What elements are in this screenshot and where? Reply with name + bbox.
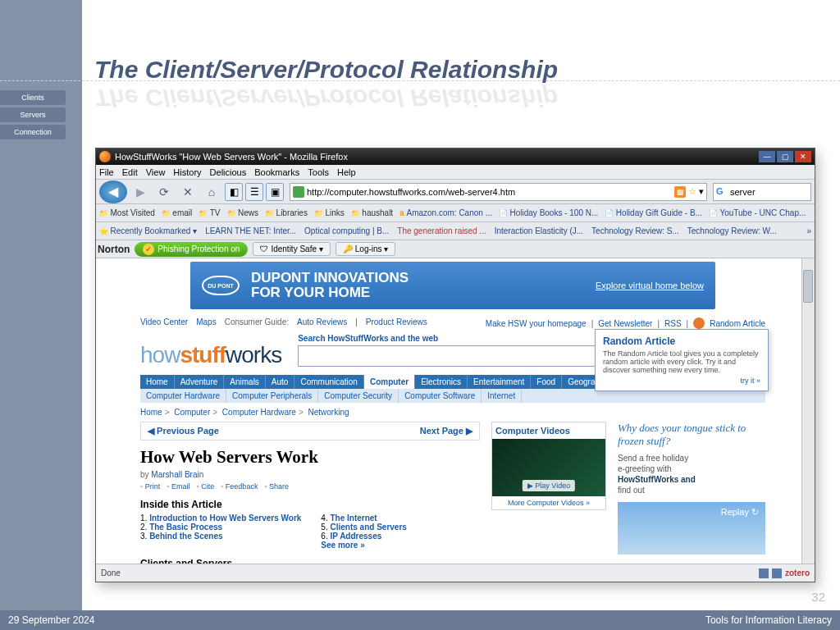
browser-search-input[interactable] <box>730 187 796 197</box>
tool-cite[interactable]: Cite <box>196 482 214 491</box>
zotero-button[interactable]: zotero <box>785 568 810 578</box>
bm-holiday-gift[interactable]: Holiday Gift Guide - B... <box>605 208 702 217</box>
minimize-button[interactable]: — <box>759 151 775 162</box>
tab-animals[interactable]: Animals <box>224 375 266 389</box>
replay-button[interactable]: Replay <box>721 507 759 518</box>
menu-tools[interactable]: Tools <box>308 167 329 177</box>
bm-learn-net[interactable]: LEARN THE NET: Inter... <box>205 226 296 235</box>
url-input[interactable] <box>307 187 674 197</box>
browser-search-box[interactable]: G <box>713 183 811 201</box>
bm-amazon[interactable]: Amazon.com: Canon ... <box>399 208 492 217</box>
subtab-internet[interactable]: Internet <box>482 389 522 403</box>
scroll-thumb[interactable] <box>803 270 813 303</box>
bm-overflow[interactable]: » <box>806 226 811 235</box>
prev-page-link[interactable]: ◀ Previous Page <box>148 426 219 436</box>
cv-more-link[interactable]: More Computer Videos » <box>492 496 605 509</box>
bm-youtube[interactable]: YouTube - UNC Chap... <box>709 208 806 217</box>
link-homepage[interactable]: Make HSW your homepage <box>486 319 587 328</box>
link-rss[interactable]: RSS <box>664 319 682 328</box>
vertical-scrollbar[interactable] <box>801 258 815 565</box>
ita-2[interactable]: The Basic Process <box>149 523 222 532</box>
status-icon-2[interactable] <box>772 568 782 578</box>
identity-safe-button[interactable]: 🛡Identity Safe ▾ <box>253 242 330 256</box>
frozen-promo-heading[interactable]: Why does your tongue stick to frozen stu… <box>618 422 765 448</box>
author-link[interactable]: Marshall Brain <box>151 470 203 479</box>
bm-recently[interactable]: Recently Bookmarked ▾ <box>99 226 197 235</box>
link-random-article[interactable]: Random Article <box>710 319 765 328</box>
screenshot-icon[interactable]: ▣ <box>266 183 284 201</box>
phishing-indicator[interactable]: Phishing Protection on <box>135 242 248 257</box>
ita-1[interactable]: Introduction to How Web Servers Work <box>149 514 301 523</box>
stop-button[interactable]: ✕ <box>177 182 199 202</box>
tab-adventure[interactable]: Adventure <box>175 375 225 389</box>
banner-cta[interactable]: Explore virtual home below <box>596 281 704 290</box>
bm-links[interactable]: Links <box>314 208 345 217</box>
rss-icon[interactable]: ▩ <box>674 186 686 198</box>
logins-button[interactable]: 🔑Log-ins ▾ <box>336 242 396 256</box>
tab-home[interactable]: Home <box>140 375 175 389</box>
bm-holiday-books[interactable]: Holiday Books - 100 N... <box>499 208 598 217</box>
link-newsletter[interactable]: Get Newsletter <box>598 319 652 328</box>
bm-interaction[interactable]: Interaction Elasticity (J... <box>495 226 583 235</box>
forward-button[interactable]: ▶ <box>130 182 151 202</box>
crumb-home[interactable]: Home <box>140 408 162 417</box>
ita-4[interactable]: The Internet <box>330 514 377 523</box>
link-product-reviews[interactable]: Product Reviews <box>366 317 427 329</box>
play-video-button[interactable]: ▶ Play Video <box>523 480 575 491</box>
menu-help[interactable]: Help <box>337 167 356 177</box>
rail-tab-servers[interactable]: Servers <box>0 107 66 122</box>
url-dropdown-icon[interactable]: ▾ <box>699 186 704 197</box>
crumb-hardware[interactable]: Computer Hardware <box>222 408 296 417</box>
bm-tv[interactable]: TV <box>199 208 220 217</box>
ita-6[interactable]: IP Addresses <box>330 532 381 541</box>
bm-techrev-s[interactable]: Technology Review: S... <box>591 226 679 235</box>
bm-optical[interactable]: Optical computing | B... <box>304 226 389 235</box>
cv-thumbnail[interactable]: ▶ Play Video <box>492 439 605 496</box>
status-icon-1[interactable] <box>759 568 769 578</box>
subtab-hardware[interactable]: Computer Hardware <box>140 389 226 403</box>
ita-3[interactable]: Behind the Scenes <box>149 532 222 541</box>
rail-tab-connection[interactable]: Connection <box>0 125 66 139</box>
ita-see-more[interactable]: See more » <box>321 541 407 550</box>
tab-communication[interactable]: Communication <box>294 375 363 389</box>
bm-email[interactable]: email <box>162 208 192 217</box>
subtab-peripherals[interactable]: Computer Peripherals <box>226 389 318 403</box>
tooltip-try-link[interactable]: try it » <box>603 377 760 385</box>
link-maps[interactable]: Maps <box>196 317 216 329</box>
delicious-save-icon[interactable]: ◧ <box>225 183 243 201</box>
bm-generation[interactable]: The generation raised ... <box>397 226 486 235</box>
crumb-computer[interactable]: Computer <box>174 408 210 417</box>
crumb-networking[interactable]: Networking <box>308 408 349 417</box>
bookmark-star-icon[interactable]: ☆ <box>688 186 696 197</box>
bm-libraries[interactable]: Libraries <box>265 208 308 217</box>
url-bar[interactable]: ▩ ☆ ▾ <box>290 183 707 201</box>
random-article-icon[interactable] <box>693 317 705 329</box>
hsw-logo[interactable]: howstuffworks <box>140 342 281 368</box>
tool-print[interactable]: Print <box>140 482 160 491</box>
menu-delicious[interactable]: Delicious <box>210 167 247 177</box>
menu-file[interactable]: File <box>99 167 114 177</box>
tab-electronics[interactable]: Electronics <box>415 375 468 389</box>
tab-auto[interactable]: Auto <box>266 375 295 389</box>
back-button[interactable]: ◀ <box>99 180 127 203</box>
home-button[interactable]: ⌂ <box>201 182 222 202</box>
tab-food[interactable]: Food <box>531 375 562 389</box>
bm-haushalt[interactable]: haushalt <box>351 208 393 217</box>
sky-ad[interactable]: Replay <box>618 502 765 555</box>
next-page-link[interactable]: Next Page ▶ <box>420 426 472 436</box>
menu-view[interactable]: View <box>146 167 166 177</box>
dupont-banner-ad[interactable]: DU PONT DUPONT INNOVATIONSFOR YOUR HOME … <box>190 262 715 309</box>
link-auto-reviews[interactable]: Auto Reviews <box>297 317 347 329</box>
tool-share[interactable]: Share <box>264 482 289 491</box>
subtab-software[interactable]: Computer Software <box>399 389 482 403</box>
menu-edit[interactable]: Edit <box>122 167 138 177</box>
tab-entertainment[interactable]: Entertainment <box>468 375 531 389</box>
tool-feedback[interactable]: Feedback <box>221 482 258 491</box>
subtab-security[interactable]: Computer Security <box>318 389 399 403</box>
rail-tab-clients[interactable]: Clients <box>0 90 66 105</box>
link-video-center[interactable]: Video Center <box>140 317 188 329</box>
tab-computer[interactable]: Computer <box>364 375 415 389</box>
menu-history[interactable]: History <box>173 167 201 177</box>
close-button[interactable]: ✕ <box>795 151 811 162</box>
tool-email[interactable]: Email <box>167 482 189 491</box>
